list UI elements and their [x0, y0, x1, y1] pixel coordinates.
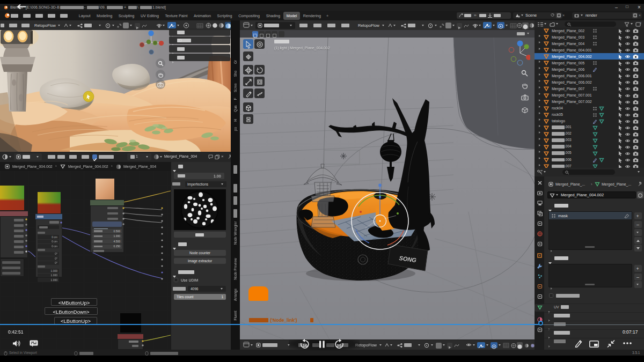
svg-text:30: 30: [336, 343, 341, 348]
svg-text:10: 10: [303, 343, 308, 348]
svg-text:0: 0: [640, 21, 641, 25]
